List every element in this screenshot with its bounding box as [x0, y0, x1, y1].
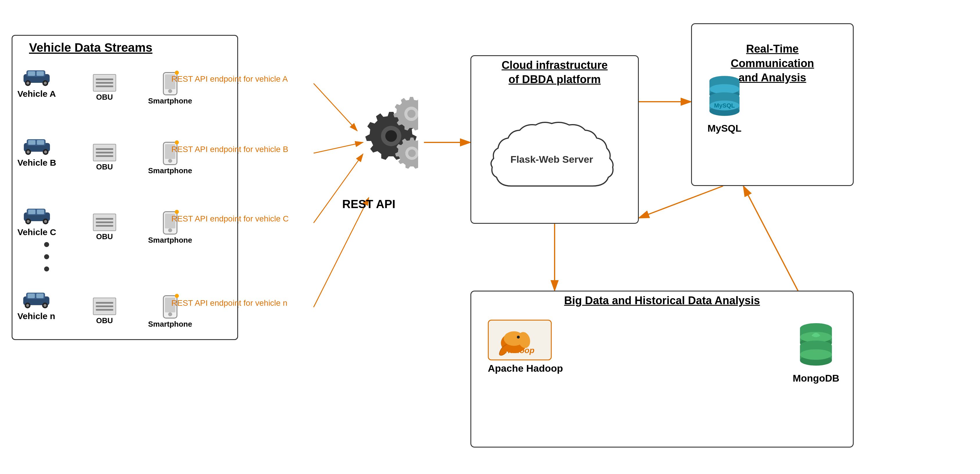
obu-n-col: OBU	[93, 298, 116, 325]
svg-point-58	[385, 130, 397, 142]
mysql-cylinder: MySQL	[706, 73, 743, 119]
svg-rect-27	[28, 71, 35, 76]
svg-point-30	[26, 81, 29, 85]
svg-rect-51	[28, 294, 35, 298]
svg-line-18	[313, 198, 369, 307]
obu-n-icon	[93, 298, 116, 315]
svg-rect-36	[37, 140, 44, 145]
mysql-area: MySQL MySQL	[706, 73, 743, 134]
vds-title: Vehicle Data Streams	[29, 41, 153, 55]
hadoop-logo-box: hadoop	[488, 320, 552, 361]
vehicle-a-col: Vehicle A	[18, 67, 56, 99]
svg-line-21	[639, 186, 723, 218]
mongodb-area: MongoDB	[793, 320, 840, 384]
flask-cloud-area: Flask-Web Server	[488, 116, 616, 203]
vehicle-c-label: Vehicle C	[18, 227, 56, 237]
obu-a-col: OBU	[93, 74, 116, 102]
svg-point-60	[407, 110, 415, 118]
hadoop-label: Apache Hadoop	[488, 363, 563, 374]
mysql-label: MySQL	[706, 123, 743, 134]
obu-c-icon	[93, 214, 116, 231]
obu-c-label: OBU	[96, 232, 113, 241]
svg-point-40	[44, 150, 47, 153]
obu-b-col: OBU	[93, 144, 116, 171]
svg-point-54	[26, 304, 29, 307]
bd-title: Big Data and Historical Data Analysis	[475, 294, 850, 308]
flask-cloud-svg: Flask-Web Server	[488, 116, 616, 203]
phone-b-dot	[175, 140, 179, 144]
svg-text:MySQL: MySQL	[714, 102, 735, 109]
phone-n-dot	[175, 294, 179, 298]
obu-b-icon	[93, 144, 116, 161]
svg-rect-52	[36, 294, 43, 298]
svg-rect-43	[28, 209, 35, 214]
api-text-a: REST API endpoint for vehicle A	[171, 74, 288, 84]
obu-c-col: OBU	[93, 214, 116, 241]
vehicle-b-label: Vehicle B	[18, 158, 56, 168]
hadoop-area: hadoop Apache Hadoop	[488, 320, 563, 374]
svg-text:Flask-Web Server: Flask-Web Server	[511, 154, 593, 165]
api-text-c: REST API endpoint for vehicle C	[171, 214, 289, 223]
vehicle-n-col: Vehicle n	[18, 289, 55, 321]
obu-a-label: OBU	[96, 93, 113, 102]
svg-point-46	[27, 220, 30, 223]
svg-text:hadoop: hadoop	[505, 346, 534, 355]
diagram: Vehicle Data Streams Vehicle A OBU	[0, 0, 980, 474]
phone-b-label: Smartphone	[148, 166, 192, 175]
car-b-icon	[21, 136, 53, 156]
vehicle-c-col: Vehicle C	[18, 205, 56, 237]
svg-point-85	[800, 350, 832, 360]
svg-rect-28	[37, 71, 44, 76]
ellipsis: • • •	[43, 238, 50, 275]
mongodb-label: MongoDB	[793, 373, 840, 384]
phone-c-dot	[175, 210, 179, 214]
obu-b-label: OBU	[96, 163, 113, 171]
phone-n-label: Smartphone	[148, 320, 192, 329]
vehicle-b-col: Vehicle B	[18, 136, 56, 168]
cloud-box-title: Cloud infrastructure of DBDA platform	[476, 58, 633, 87]
api-text-n: REST API endpoint for vehicle n	[171, 298, 288, 308]
mongodb-cylinder	[797, 320, 835, 369]
phone-a-dot	[175, 70, 179, 75]
rest-api-label: REST API	[322, 198, 415, 211]
api-text-b: REST API endpoint for vehicle B	[171, 145, 288, 154]
obu-a-icon	[93, 74, 116, 91]
svg-point-38	[27, 150, 30, 153]
svg-point-62	[408, 149, 416, 157]
car-n-icon	[20, 289, 52, 310]
vehicle-a-label: Vehicle A	[18, 89, 56, 99]
phone-a-label: Smartphone	[148, 96, 192, 105]
svg-point-48	[44, 220, 47, 223]
hadoop-logo-svg: hadoop	[491, 322, 549, 357]
car-a-icon	[21, 67, 52, 87]
gears-svg	[320, 87, 418, 192]
svg-point-32	[44, 81, 47, 85]
svg-rect-35	[28, 140, 35, 145]
svg-rect-44	[37, 209, 44, 214]
vehicle-n-label: Vehicle n	[18, 311, 55, 321]
svg-point-76	[517, 336, 520, 338]
obu-n-label: OBU	[96, 316, 113, 325]
gears-area	[320, 87, 418, 192]
car-c-icon	[21, 205, 53, 225]
svg-point-56	[43, 304, 46, 307]
phone-c-label: Smartphone	[148, 236, 192, 245]
